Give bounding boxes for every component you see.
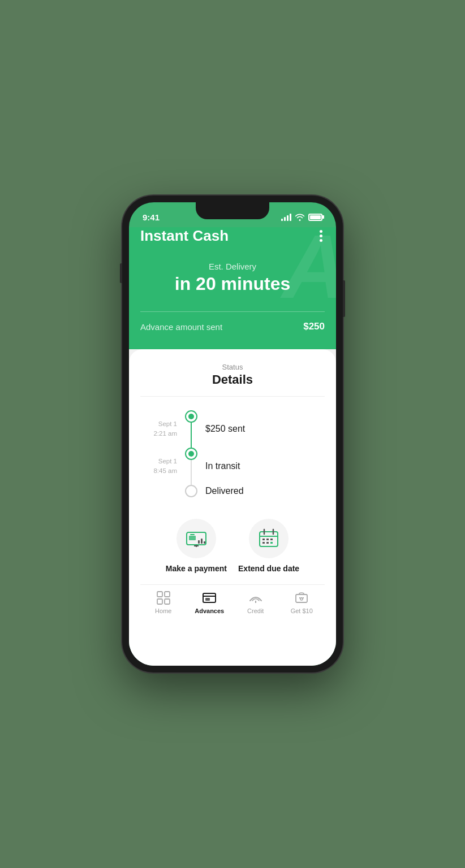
extend-label: Extend due date [238, 564, 299, 573]
get10-icon [294, 591, 309, 605]
timeline-dot-1 [185, 410, 197, 423]
svg-rect-1 [189, 536, 196, 540]
svg-rect-21 [165, 599, 170, 604]
timeline-line-1 [191, 422, 192, 448]
nav-get10-label: Get $10 [291, 607, 313, 614]
svg-point-28 [300, 598, 303, 600]
signal-icon [281, 213, 291, 221]
home-icon [156, 591, 171, 605]
phone-screen: 9:41 A Instant Cash [129, 202, 336, 666]
status-section: Status Details [140, 363, 325, 397]
svg-rect-18 [157, 592, 162, 597]
svg-rect-17 [270, 542, 273, 544]
more-options-button[interactable] [317, 228, 325, 244]
battery-icon [308, 214, 322, 221]
delivery-time: in 20 minutes [140, 274, 325, 294]
phone-notch [196, 202, 269, 219]
timeline-label-3: Delivered [205, 486, 244, 496]
timeline-label-1: $250 sent [205, 424, 245, 434]
timeline-item-2: Sept 1 8:45 am In transit [140, 448, 325, 485]
advance-amount: $250 [303, 321, 325, 332]
timeline-line-2 [191, 459, 192, 485]
payment-icon-wrap [176, 519, 216, 558]
status-card: Status Details Sept 1 2:21 am [129, 349, 336, 666]
svg-rect-2 [190, 534, 195, 535]
advance-label: Advance amount sent [140, 322, 222, 332]
advances-icon [202, 591, 217, 605]
timeline-dot-3 [185, 485, 197, 497]
payment-icon [186, 530, 207, 547]
svg-rect-20 [157, 599, 162, 604]
action-buttons: Make a payment [140, 513, 325, 584]
header-top: Instant Cash [140, 227, 325, 245]
delivery-label: Est. Delivery [140, 262, 325, 271]
content-area: Status Details Sept 1 2:21 am [129, 349, 336, 666]
svg-rect-12 [262, 539, 265, 540]
svg-rect-6 [201, 539, 203, 544]
credit-icon [248, 591, 263, 605]
status-label: Status [140, 363, 325, 371]
nav-get10[interactable]: Get $10 [279, 591, 325, 614]
status-icons [281, 213, 322, 221]
svg-rect-15 [262, 542, 265, 544]
nav-credit[interactable]: Credit [232, 591, 279, 614]
timeline-time-2: Sept 1 8:45 am [140, 457, 177, 476]
calendar-icon [259, 528, 279, 549]
svg-rect-24 [205, 598, 210, 601]
svg-rect-19 [165, 592, 170, 597]
timeline-connector-1 [185, 410, 197, 448]
timeline-item-1: Sept 1 2:21 am $250 sent [140, 410, 325, 448]
advance-row: Advance amount sent $250 [140, 321, 325, 332]
header-area: A Instant Cash Est. Delivery in 20 minut… [129, 227, 336, 349]
nav-advances[interactable]: Advances [187, 591, 233, 614]
svg-rect-14 [270, 539, 273, 540]
page-title: Instant Cash [140, 227, 229, 245]
nav-credit-label: Credit [247, 607, 264, 614]
bottom-nav: Home Advances [140, 584, 325, 623]
timeline-connector-3 [185, 485, 197, 497]
svg-rect-7 [204, 541, 205, 544]
timeline-item-3: Delivered [140, 485, 325, 497]
nav-home[interactable]: Home [140, 591, 187, 614]
svg-rect-26 [296, 594, 307, 602]
svg-rect-5 [198, 540, 200, 544]
svg-rect-16 [266, 542, 269, 544]
details-title: Details [140, 372, 325, 387]
payment-label: Make a payment [166, 564, 227, 573]
delivery-section: Est. Delivery in 20 minutes [140, 262, 325, 294]
status-time: 9:41 [143, 212, 160, 222]
extend-date-button[interactable]: Extend due date [238, 519, 299, 573]
timeline: Sept 1 2:21 am $250 sent Sept 1 [140, 410, 325, 497]
make-payment-button[interactable]: Make a payment [166, 519, 227, 573]
extend-icon-wrap [249, 519, 289, 558]
phone-device: 9:41 A Instant Cash [122, 196, 343, 672]
svg-rect-13 [266, 539, 269, 540]
timeline-dot-2 [185, 448, 197, 460]
timeline-time-1: Sept 1 2:21 am [140, 419, 177, 439]
divider [140, 311, 325, 312]
wifi-icon [295, 213, 305, 221]
nav-advances-label: Advances [195, 607, 224, 614]
nav-home-label: Home [155, 607, 171, 614]
timeline-connector-2 [185, 448, 197, 485]
timeline-label-2: In transit [205, 461, 240, 471]
